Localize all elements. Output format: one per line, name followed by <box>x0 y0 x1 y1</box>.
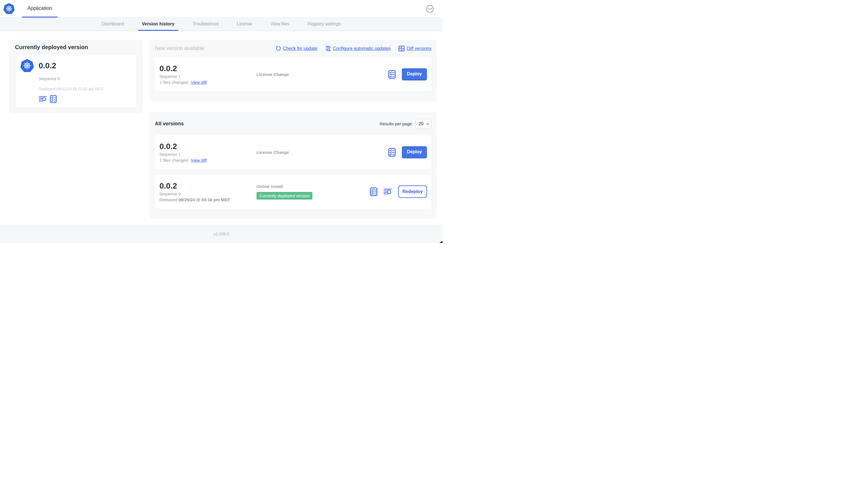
deploy-button[interactable]: Deploy <box>402 146 427 158</box>
deployed-version-number: 0.0.2 <box>39 61 56 70</box>
all-versions-title: All versions <box>155 121 184 127</box>
preflight-checks-button[interactable] <box>50 95 57 103</box>
tab-version-history[interactable]: Version history <box>138 18 179 31</box>
main-content: Currently deployed version <box>0 31 442 225</box>
version-sequence: Sequence 1 <box>159 74 256 79</box>
configure-automatic-updates-link[interactable]: Configure automatic updates <box>326 46 391 51</box>
logs-icon <box>39 96 47 102</box>
deployed-timestamp: Deployed 09/11/24 @ 11:02 am MDT <box>39 87 131 91</box>
currently-deployed-panel: Currently deployed version <box>9 39 143 114</box>
kubernetes-logo-icon <box>20 59 34 72</box>
view-logs-button[interactable] <box>39 96 47 102</box>
checklist-icon <box>388 148 396 157</box>
all-versions-panel: All versions Results per page: 20 0.0.2 … <box>150 112 437 219</box>
checklist-icon <box>370 187 377 196</box>
auto-update-clock-icon <box>326 46 331 51</box>
preflight-checks-button[interactable] <box>388 70 396 79</box>
version-row: 0.0.2 Sequence 1 1 files changed View di… <box>155 135 431 169</box>
logs-icon <box>383 188 392 195</box>
kubernetes-logo-icon <box>3 3 15 14</box>
tab-view-files[interactable]: View files <box>267 18 293 31</box>
new-version-title: New version available <box>155 46 204 51</box>
ellipsis-icon <box>428 8 429 9</box>
app-nav-tabs: Dashboard Version history Troubleshoot L… <box>0 18 442 31</box>
version-row: 0.0.2 Sequence 0 Released 08/29/24 @ 03:… <box>155 175 431 209</box>
deployed-sequence: Sequence 0 <box>39 77 131 81</box>
redeploy-button[interactable]: Redeploy <box>398 185 427 198</box>
checklist-icon <box>388 70 396 79</box>
currently-deployed-badge: Currently deployed version <box>256 192 312 200</box>
version-number: 0.0.2 <box>159 181 256 190</box>
version-source: License Change <box>256 150 388 155</box>
footer: v1.109.3 <box>0 225 442 243</box>
tab-dashboard[interactable]: Dashboard <box>98 18 128 31</box>
tab-license[interactable]: License <box>233 18 256 31</box>
results-per-page-label: Results per page: <box>379 121 413 126</box>
currently-deployed-title: Currently deployed version <box>15 44 137 51</box>
version-sequence: Sequence 1 <box>159 152 256 157</box>
version-source: Online Install <box>256 184 370 189</box>
version-number: 0.0.2 <box>159 64 256 73</box>
version-sequence: Sequence 0 <box>159 192 256 196</box>
check-for-update-link[interactable]: Check for update <box>276 46 317 51</box>
console-version: v1.109.3 <box>214 232 229 236</box>
files-changed: 1 files changed <box>159 158 188 162</box>
app-tab-application[interactable]: Application <box>22 0 58 18</box>
released-timestamp: 08/29/24 @ 03:18 pm MDT <box>178 197 230 202</box>
view-diff-link[interactable]: View diff <box>191 80 207 85</box>
diff-versions-link[interactable]: Diff versions <box>398 46 431 51</box>
cursor-artifact <box>439 241 442 243</box>
currently-deployed-card: 0.0.2 Sequence 0 Deployed 09/11/24 @ 11:… <box>15 54 137 108</box>
new-version-panel: New version available Check for update <box>150 39 437 101</box>
tab-registry-settings[interactable]: Registry settings <box>303 18 345 31</box>
overflow-menu-button[interactable] <box>426 5 434 13</box>
results-per-page-select[interactable]: 20 <box>415 119 431 129</box>
diff-icon <box>398 46 405 51</box>
version-number: 0.0.2 <box>159 142 256 151</box>
preflight-checks-button[interactable] <box>370 187 377 196</box>
deploy-button[interactable]: Deploy <box>402 68 427 81</box>
version-source: License Change <box>256 72 388 77</box>
files-changed: 1 files changed <box>159 80 188 85</box>
app-tab-label: Application <box>27 5 52 11</box>
view-logs-button[interactable] <box>383 188 392 195</box>
preflight-checks-button[interactable] <box>388 148 396 157</box>
refresh-icon <box>276 46 281 51</box>
checklist-icon <box>50 95 57 103</box>
new-version-card: 0.0.2 Sequence 1 1 files changed View di… <box>155 57 431 91</box>
released-label: Released <box>159 197 177 202</box>
tab-troubleshoot[interactable]: Troubleshoot <box>188 18 223 31</box>
view-diff-link[interactable]: View diff <box>191 158 207 162</box>
app-logo <box>3 0 15 18</box>
top-bar: Application <box>0 0 442 18</box>
